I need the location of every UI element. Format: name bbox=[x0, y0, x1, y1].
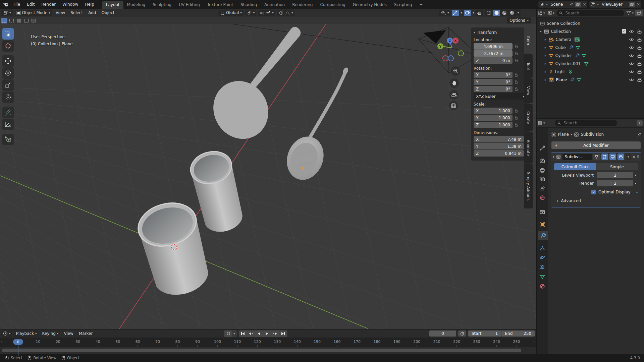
mesh-data-icon[interactable] bbox=[577, 78, 581, 82]
outliner-search[interactable] bbox=[556, 10, 624, 16]
outliner-editor-icon[interactable] bbox=[538, 11, 543, 15]
scale-tool[interactable] bbox=[2, 79, 14, 91]
properties-search-input[interactable] bbox=[563, 120, 614, 126]
tab-compositing[interactable]: Compositing bbox=[316, 1, 349, 9]
checkbox-icon[interactable]: ✓ bbox=[622, 29, 626, 34]
chevron-down-icon[interactable]: ▾ bbox=[517, 11, 519, 14]
visibility-button[interactable]: ▾ bbox=[439, 10, 451, 16]
shading-material-button[interactable] bbox=[501, 10, 508, 16]
tab-tool-properties[interactable] bbox=[537, 143, 548, 153]
scrollbar-thumb[interactable] bbox=[2, 349, 521, 352]
current-frame-badge[interactable]: 0 bbox=[13, 339, 23, 345]
jump-to-end-button[interactable] bbox=[279, 330, 287, 337]
snap-button[interactable]: ▾ bbox=[258, 10, 275, 16]
render-visibility-icon[interactable] bbox=[637, 78, 642, 82]
next-keyframe-button[interactable] bbox=[271, 330, 279, 337]
move-tool[interactable] bbox=[2, 55, 14, 67]
render-levels-field[interactable]: 2 bbox=[597, 180, 633, 186]
camera-data-icon[interactable] bbox=[574, 37, 580, 42]
drag-handle-icon[interactable]: ⠿ bbox=[637, 155, 639, 159]
mode-selector[interactable]: Object Mode ▾ bbox=[15, 10, 52, 16]
modifier-wrench-icon[interactable] bbox=[569, 45, 574, 50]
expand-icon[interactable]: ▸ bbox=[545, 54, 546, 57]
rotation-y-field[interactable]: Y0° bbox=[474, 79, 513, 85]
chevron-down-icon[interactable]: ▾ bbox=[553, 11, 555, 15]
eye-icon[interactable] bbox=[629, 38, 634, 42]
simple-button[interactable]: Simple bbox=[596, 163, 638, 170]
select-mode-extend-button[interactable] bbox=[8, 18, 15, 23]
toggle-on-cage-button[interactable] bbox=[593, 154, 600, 160]
view-menu[interactable]: View bbox=[61, 331, 76, 336]
render-visibility-icon[interactable] bbox=[637, 54, 642, 58]
expand-arrow-icon[interactable]: › bbox=[1, 340, 2, 344]
menu-help[interactable]: Help bbox=[82, 2, 97, 7]
tab-viewlayer-properties[interactable] bbox=[537, 174, 548, 184]
viewlayer-copy-button[interactable] bbox=[629, 2, 635, 7]
measure-tool[interactable] bbox=[2, 119, 14, 130]
outliner-row-cylinder[interactable]: ▸ Cylinder bbox=[537, 52, 644, 59]
outliner-row-scene-collection[interactable]: Scene Collection bbox=[537, 19, 644, 27]
options-button[interactable]: Options ▾ bbox=[507, 17, 531, 23]
tab-object-properties[interactable] bbox=[537, 220, 548, 229]
proportional-edit-button[interactable]: ▾ bbox=[277, 10, 295, 16]
start-frame-field[interactable]: Start1 bbox=[468, 331, 501, 336]
scene-copy-button[interactable] bbox=[575, 2, 581, 7]
modifier-extras-button[interactable]: ▾ bbox=[626, 154, 631, 160]
menu-window[interactable]: Window bbox=[59, 2, 82, 7]
eye-icon[interactable] bbox=[629, 62, 634, 66]
select-mode-subtract-button[interactable] bbox=[15, 18, 22, 23]
timeline-ruler[interactable]: › ‹ 010203040506070809010011012013014015… bbox=[0, 338, 536, 347]
expand-icon[interactable]: ▾ bbox=[540, 30, 542, 33]
scale-z-field[interactable]: Z1.000 bbox=[474, 122, 513, 128]
playback-menu[interactable]: Playback▾ bbox=[14, 330, 39, 337]
tab-output-properties[interactable] bbox=[537, 166, 548, 175]
eye-icon[interactable] bbox=[629, 46, 634, 50]
blender-logo-icon[interactable] bbox=[3, 2, 9, 7]
tab-tool[interactable]: Tool bbox=[524, 54, 533, 78]
properties-options-button[interactable]: ▾ bbox=[637, 120, 643, 126]
tab-constraint-properties[interactable] bbox=[537, 262, 548, 272]
editor-type-button[interactable]: ▾ bbox=[1, 10, 13, 16]
menu-object[interactable]: Object bbox=[99, 10, 117, 15]
new-collection-button[interactable] bbox=[635, 10, 643, 16]
render-visibility-icon[interactable] bbox=[637, 29, 642, 34]
auto-keying-button[interactable] bbox=[224, 330, 232, 337]
select-box-tool[interactable] bbox=[2, 28, 14, 40]
expand-icon[interactable]: ▸ bbox=[545, 38, 546, 41]
render-visibility-icon[interactable] bbox=[637, 62, 642, 66]
collapse-icon[interactable]: ▾ bbox=[474, 31, 475, 34]
toggle-render-button[interactable] bbox=[618, 154, 624, 160]
play-button[interactable] bbox=[263, 330, 271, 337]
orthographic-toggle-button[interactable] bbox=[449, 101, 458, 110]
lock-icon[interactable] bbox=[515, 109, 518, 113]
collapse-icon[interactable]: ▾ bbox=[553, 155, 554, 159]
lock-icon[interactable] bbox=[515, 51, 518, 56]
modifier-wrench-icon[interactable] bbox=[570, 77, 575, 82]
animate-dot-icon[interactable]: • bbox=[633, 181, 638, 185]
show-gizmo-button[interactable] bbox=[452, 10, 459, 16]
tab-particle-properties[interactable] bbox=[537, 243, 548, 253]
location-y-field[interactable]: -2.7672 m bbox=[474, 50, 513, 57]
mesh-data-icon[interactable] bbox=[576, 46, 580, 50]
tab-animate[interactable]: Animate bbox=[524, 132, 533, 164]
outliner-row-camera[interactable]: ▸ Camera bbox=[537, 36, 644, 43]
timeline-editor-button[interactable]: ▾ bbox=[1, 330, 12, 337]
eye-icon[interactable] bbox=[629, 54, 634, 58]
tab-item[interactable]: Item bbox=[524, 27, 533, 54]
eye-icon[interactable] bbox=[629, 70, 634, 74]
expand-icon[interactable]: ▸ bbox=[545, 46, 546, 49]
outliner-row-light[interactable]: ▸ Light bbox=[537, 68, 644, 75]
select-mode-new-button[interactable] bbox=[1, 18, 7, 23]
menu-render[interactable]: Render bbox=[38, 2, 59, 7]
render-visibility-icon[interactable] bbox=[637, 70, 642, 74]
toggle-realtime-button[interactable] bbox=[609, 154, 616, 160]
expand-icon[interactable]: ▸ bbox=[545, 62, 546, 65]
tab-shading[interactable]: Shading bbox=[237, 1, 261, 9]
pan-hand-button[interactable] bbox=[449, 78, 459, 88]
tab-physics-properties[interactable] bbox=[537, 253, 548, 262]
menu-edit[interactable]: Edit bbox=[23, 2, 38, 7]
lock-icon[interactable] bbox=[515, 44, 518, 49]
advanced-section-toggle[interactable]: ▸ Advanced bbox=[557, 198, 641, 203]
lock-icon[interactable] bbox=[515, 58, 518, 63]
rotation-z-field[interactable]: Z0° bbox=[474, 86, 513, 92]
